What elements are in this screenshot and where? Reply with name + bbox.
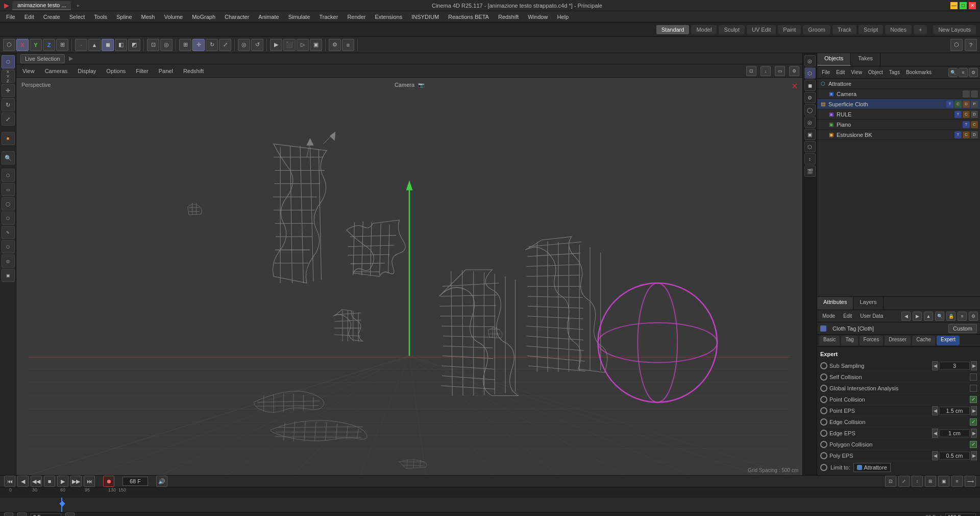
ri-btn-9[interactable]: ↕ xyxy=(804,153,816,165)
prop-val-point-eps[interactable]: 1.5 cm xyxy=(939,407,970,415)
vp-menu-redshift[interactable]: Redshift xyxy=(180,67,207,75)
obj-row-estrusione[interactable]: ▣ Estrusione BK T C D xyxy=(817,130,980,140)
vp-icon-2[interactable]: ↓ xyxy=(761,66,771,76)
attr-sub-basic[interactable]: Basic xyxy=(819,336,840,345)
obj-filter-btn[interactable]: ≡ xyxy=(959,68,968,77)
tool-edges[interactable]: ▲ xyxy=(88,39,101,51)
prop-arrow-right-sub-sampling[interactable]: ▶ xyxy=(971,361,977,370)
tool-help[interactable]: ? xyxy=(965,39,977,51)
ri-btn-10[interactable]: 🎬 xyxy=(804,166,816,177)
left-tool-4[interactable]: ↻ xyxy=(2,98,15,111)
ri-btn-1[interactable]: ◎ xyxy=(804,55,816,66)
btn-play-reverse[interactable]: ◀◀ xyxy=(31,476,42,487)
ri-btn-2[interactable]: ⬡ xyxy=(804,67,816,79)
ri-btn-8[interactable]: ⬡ xyxy=(804,141,816,152)
tool-cmd-palette[interactable]: ⬡ xyxy=(950,39,963,51)
vp-icon-3[interactable]: ▭ xyxy=(775,66,785,76)
left-tool-10[interactable]: ⬡ xyxy=(2,212,15,225)
tool-render-to-picture[interactable]: ▣ xyxy=(310,39,322,51)
tool-cam-persp[interactable]: ◎ xyxy=(238,39,250,51)
btn-timeline-7[interactable]: ⟶ xyxy=(965,476,976,487)
obj-search-btn[interactable]: 🔍 xyxy=(948,68,958,77)
ri-btn-5[interactable]: ◯ xyxy=(804,104,816,115)
layout-paint[interactable]: Paint xyxy=(778,25,801,34)
prop-arrow-right-edge-eps[interactable]: ▶ xyxy=(971,429,977,438)
prop-val-poly-eps[interactable]: 0.5 cm xyxy=(939,452,970,460)
attr-search[interactable]: 🔍 xyxy=(935,312,944,321)
layout-track[interactable]: Track xyxy=(832,25,856,34)
frame-end-input[interactable] xyxy=(945,513,976,517)
layout-groom[interactable]: Groom xyxy=(803,25,830,34)
tool-scale[interactable]: ⤢ xyxy=(219,39,231,51)
obj-tb-tags[interactable]: Tags xyxy=(887,68,902,76)
attr-tb-edit[interactable]: Edit xyxy=(840,312,855,320)
layout-script[interactable]: Script xyxy=(859,25,883,34)
menu-tools[interactable]: Tools xyxy=(90,13,111,21)
btn-timeline-5[interactable]: ▣ xyxy=(938,476,949,487)
vp-menu-display[interactable]: Display xyxy=(75,67,99,75)
layout-uv-edit[interactable]: UV Edit xyxy=(747,25,776,34)
tool-move[interactable]: ✛ xyxy=(192,39,205,51)
tool-world[interactable]: ⊞ xyxy=(56,39,68,51)
attr-nav-fwd[interactable]: ▶ xyxy=(913,312,922,321)
left-tool-6[interactable]: ■ xyxy=(2,132,15,145)
prop-arrow-left-edge-eps[interactable]: ◀ xyxy=(932,429,938,438)
tool-move-x[interactable]: X xyxy=(16,39,29,51)
tool-snap[interactable]: ⊡ xyxy=(147,39,159,51)
btn-step-fwd[interactable]: ▶▶ xyxy=(70,476,82,487)
vp-menu-panel[interactable]: Panel xyxy=(156,67,176,75)
left-tool-select[interactable]: ⬡ xyxy=(2,55,15,68)
prop-val-limit-to[interactable]: Attrattore xyxy=(853,463,891,472)
frame-start-input[interactable] xyxy=(31,513,61,517)
obj-row-rule[interactable]: ▣ RULE T C D xyxy=(817,109,980,120)
tab-takes[interactable]: Takes xyxy=(851,53,880,66)
prop-val-edge-eps[interactable]: 1 cm xyxy=(939,429,970,437)
btn-timeline-2[interactable]: ⤢ xyxy=(898,476,910,487)
left-tool-14[interactable]: ▣ xyxy=(2,269,15,282)
btn-timeline-6[interactable]: ≡ xyxy=(951,476,963,487)
tool-grid-move[interactable]: ⊞ xyxy=(179,39,191,51)
tool-polygons[interactable]: ◼ xyxy=(102,39,114,51)
prop-arrow-right-point-eps[interactable]: ▶ xyxy=(971,406,977,415)
left-tool-2[interactable]: XYZ xyxy=(2,69,15,83)
prop-arrow-left-poly-eps[interactable]: ◀ xyxy=(932,451,938,460)
attr-tab-attributes[interactable]: Attributes xyxy=(817,297,853,310)
layout-sculpt[interactable]: Sculpt xyxy=(719,25,745,34)
left-tool-7[interactable]: 🔍 xyxy=(2,151,15,165)
left-tool-live-sel[interactable]: ⬡ xyxy=(2,169,15,182)
btn-bb-2[interactable]: ⟶ xyxy=(17,512,27,516)
maximize-btn[interactable]: □ xyxy=(960,2,967,9)
obj-tb-object[interactable]: Object xyxy=(866,68,886,76)
menu-window[interactable]: Window xyxy=(524,13,552,21)
vp-icon-4[interactable]: ⚙ xyxy=(789,66,799,76)
tool-rotate[interactable]: ↻ xyxy=(206,39,218,51)
menu-spline[interactable]: Spline xyxy=(112,13,136,21)
tab-objects[interactable]: Objects xyxy=(817,53,851,66)
menu-help[interactable]: Help xyxy=(553,13,573,21)
vp-menu-options[interactable]: Options xyxy=(103,67,129,75)
tool-points[interactable]: · xyxy=(75,39,87,51)
prop-check-polygon-collision[interactable]: ✓ xyxy=(970,441,977,448)
prop-check-edge-collision[interactable]: ✓ xyxy=(970,418,977,426)
layout-model[interactable]: Model xyxy=(691,25,717,34)
obj-tb-file[interactable]: File xyxy=(819,68,832,76)
btn-timeline-3[interactable]: ↕ xyxy=(912,476,923,487)
tool-render-queue[interactable]: ≡ xyxy=(342,39,354,51)
tool-render-region[interactable]: ⬛ xyxy=(283,39,296,51)
tool-render-active[interactable]: ▷ xyxy=(297,39,309,51)
obj-settings-btn[interactable]: ⚙ xyxy=(969,68,978,77)
left-tool-8[interactable]: ▭ xyxy=(2,183,15,196)
left-tool-13[interactable]: ◎ xyxy=(2,254,15,268)
prop-val-sub-sampling[interactable]: 3 xyxy=(939,362,970,370)
menu-reactions[interactable]: Reactions BETA xyxy=(444,13,493,21)
attr-list[interactable]: ≡ xyxy=(958,312,967,321)
attr-tb-userdata[interactable]: User Data xyxy=(857,312,886,320)
obj-row-superficie[interactable]: ▤ Superficie Cloth T C D P xyxy=(817,99,980,109)
ri-btn-4[interactable]: ⚙ xyxy=(804,92,816,103)
close-btn[interactable]: ✕ xyxy=(969,2,976,9)
vp-menu-cameras[interactable]: Cameras xyxy=(42,67,71,75)
btn-record[interactable]: ⏺ xyxy=(103,476,114,487)
left-tool-11[interactable]: ✎ xyxy=(2,226,15,239)
vp-icon-1[interactable]: ⊡ xyxy=(746,66,756,76)
obj-row-camera[interactable]: ▣ Camera xyxy=(817,89,980,99)
